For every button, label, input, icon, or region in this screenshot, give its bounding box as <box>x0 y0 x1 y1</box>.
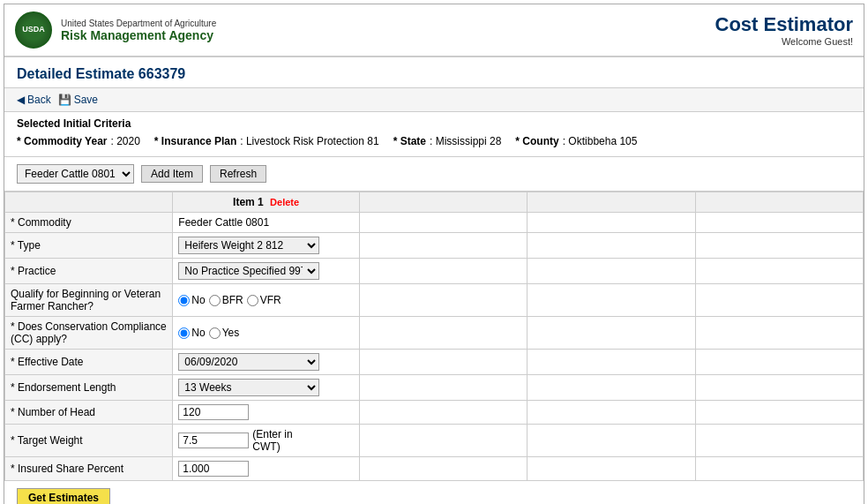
get-estimates-row: Get Estimates <box>4 481 864 504</box>
end-length-extra-2 <box>528 375 695 401</box>
target-weight-extra-1 <box>359 425 527 457</box>
num-head-row-value[interactable] <box>173 401 360 425</box>
num-head-row-label: * Number of Head <box>5 401 173 425</box>
insured-share-input[interactable] <box>178 461 249 477</box>
table-row: * Insured Share Percent <box>5 457 864 481</box>
insured-share-row-label: * Insured Share Percent <box>5 457 173 481</box>
cc-extra-1 <box>359 317 527 350</box>
main-table: Item 1 Delete * Commodity Feeder Cattle … <box>4 192 864 481</box>
num-head-input[interactable] <box>178 404 249 420</box>
cc-row-value[interactable]: No Yes <box>173 317 360 350</box>
cc-no-radio[interactable] <box>178 327 190 339</box>
header-left: USDA United States Department of Agricul… <box>15 11 216 49</box>
get-estimates-button[interactable]: Get Estimates <box>17 488 110 504</box>
criteria-state: * State : Mississippi 28 <box>393 135 502 147</box>
practice-extra-2 <box>528 259 695 284</box>
table-row: * Practice No Practice Specified 997 <box>5 259 864 284</box>
item-selector-row: Feeder Cattle 0801 Add Item Refresh <box>4 157 864 192</box>
target-weight-input[interactable] <box>178 433 249 448</box>
insured-share-extra-2 <box>528 457 695 481</box>
eff-date-select[interactable]: 06/09/2020 <box>178 353 319 371</box>
criteria-county: * County : Oktibbeha 105 <box>515 135 637 147</box>
practice-row-label: * Practice <box>5 259 173 284</box>
county-value: : Oktibbeha 105 <box>563 135 638 147</box>
criteria-title: Selected Initial Criteria <box>17 117 851 130</box>
col-extra-3 <box>695 192 863 213</box>
end-length-extra-3 <box>695 375 863 401</box>
commodity-extra-3 <box>695 213 863 233</box>
end-length-row-value[interactable]: 13 Weeks <box>173 375 360 401</box>
eff-date-row-value[interactable]: 06/09/2020 <box>173 350 360 375</box>
table-row: * Endorsement Length 13 Weeks <box>5 375 864 401</box>
header: USDA United States Department of Agricul… <box>4 4 864 57</box>
cc-no-label[interactable]: No <box>178 327 205 339</box>
item1-col-header: Item 1 Delete <box>173 192 360 213</box>
type-select[interactable]: Heifers Weight 2 812 <box>178 237 319 254</box>
col-extra-1 <box>359 192 527 213</box>
commodity-row-label: * Commodity <box>5 213 173 233</box>
insured-share-row-value[interactable] <box>173 457 360 481</box>
delete-item1-link[interactable]: Delete <box>270 197 299 207</box>
save-icon: 💾 <box>58 94 71 106</box>
end-length-extra-1 <box>359 375 527 401</box>
commodity-dropdown[interactable]: Feeder Cattle 0801 <box>17 164 134 184</box>
bfr-row-label: Qualify for Beginning or Veteran Farmer … <box>5 284 173 317</box>
practice-extra-1 <box>359 259 527 284</box>
back-label: Back <box>27 94 51 106</box>
num-head-extra-2 <box>528 401 695 425</box>
cc-extra-3 <box>695 317 863 350</box>
bfr-radio-group: No BFR VFR <box>178 294 354 306</box>
target-weight-extra-3 <box>695 425 863 457</box>
target-weight-hint: (Enter inCWT) <box>252 428 292 453</box>
state-value: : Mississippi 28 <box>430 135 501 147</box>
commodity-extra-1 <box>359 213 527 233</box>
practice-select[interactable]: No Practice Specified 997 <box>178 262 319 280</box>
cc-extra-2 <box>528 317 695 350</box>
refresh-button[interactable]: Refresh <box>210 165 266 183</box>
eff-date-extra-1 <box>359 350 527 375</box>
end-length-row-label: * Endorsement Length <box>5 375 173 401</box>
table-row: * Does Conservation Compliance (CC) appl… <box>5 317 864 350</box>
practice-extra-3 <box>695 259 863 284</box>
commodity-extra-2 <box>528 213 695 233</box>
commodity-year-label: * Commodity Year <box>17 135 107 147</box>
county-label: * County <box>515 135 558 147</box>
criteria-insurance-plan: * Insurance Plan : Livestock Risk Protec… <box>154 135 379 147</box>
bfr-vfr-label[interactable]: VFR <box>247 294 281 306</box>
add-item-button[interactable]: Add Item <box>141 165 203 183</box>
bfr-vfr-radio[interactable] <box>247 295 258 306</box>
bfr-bfr-radio[interactable] <box>209 295 221 306</box>
bfr-extra-3 <box>695 284 863 317</box>
bfr-bfr-label[interactable]: BFR <box>209 294 243 306</box>
type-row-value[interactable]: Heifers Weight 2 812 <box>173 233 360 259</box>
table-row: * Commodity Feeder Cattle 0801 <box>5 213 864 233</box>
cc-radio-group: No Yes <box>178 327 354 339</box>
table-row: * Effective Date 06/09/2020 <box>5 350 864 375</box>
target-weight-row-value[interactable]: (Enter inCWT) <box>173 425 360 457</box>
toolbar: ◀ Back 💾 Save <box>4 88 864 112</box>
criteria-section: Selected Initial Criteria * Commodity Ye… <box>4 112 864 157</box>
cc-yes-label[interactable]: Yes <box>209 327 240 339</box>
agency-text: United States Department of Agriculture … <box>61 19 216 42</box>
type-row-label: * Type <box>5 233 173 259</box>
criteria-fields: * Commodity Year : 2020 * Insurance Plan… <box>17 135 851 147</box>
criteria-commodity-year: * Commodity Year : 2020 <box>17 135 140 147</box>
target-weight-row-label: * Target Weight <box>5 425 173 457</box>
bfr-extra-1 <box>359 284 527 317</box>
insurance-plan-label: * Insurance Plan <box>154 135 236 147</box>
type-extra-1 <box>359 233 527 259</box>
save-button[interactable]: 💾 Save <box>58 94 98 106</box>
table-row: * Number of Head <box>5 401 864 425</box>
cc-yes-radio[interactable] <box>209 327 221 339</box>
bfr-row-value[interactable]: No BFR VFR <box>173 284 360 317</box>
table-row: * Target Weight (Enter inCWT) <box>5 425 864 457</box>
bfr-no-label[interactable]: No <box>178 294 205 306</box>
type-extra-2 <box>528 233 695 259</box>
item1-label: Item 1 <box>233 196 264 208</box>
bfr-no-radio[interactable] <box>178 295 190 306</box>
commodity-year-value: : 2020 <box>110 135 139 147</box>
dept-label: United States Department of Agriculture <box>61 19 216 28</box>
back-button[interactable]: ◀ Back <box>17 94 51 106</box>
practice-row-value[interactable]: No Practice Specified 997 <box>173 259 360 284</box>
end-length-select[interactable]: 13 Weeks <box>178 379 319 396</box>
